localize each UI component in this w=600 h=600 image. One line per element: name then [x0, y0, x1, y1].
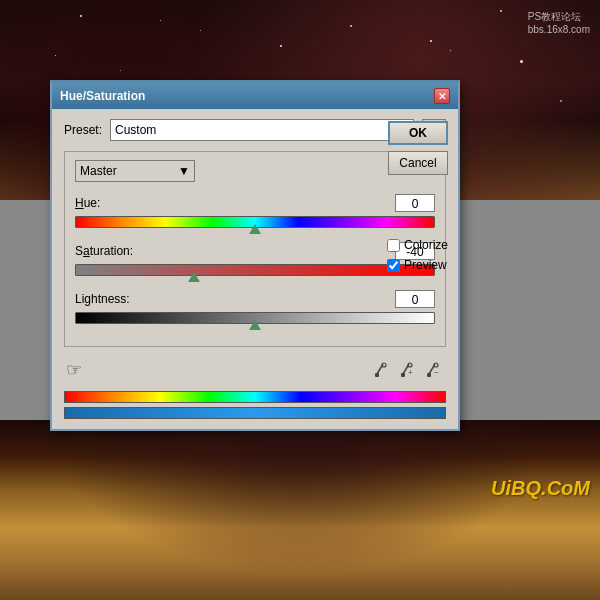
- svg-rect-8: [427, 373, 431, 377]
- close-button[interactable]: ✕: [434, 88, 450, 104]
- hue-saturation-dialog: Hue/Saturation ✕ Preset: Custom ▼ ≡: [50, 80, 460, 431]
- lightness-row: Lightness: 0: [75, 290, 435, 324]
- lightness-label: Lightness:: [75, 292, 130, 306]
- dialog-buttons: OK Cancel: [388, 121, 448, 175]
- color-bars: [64, 391, 446, 419]
- saturation-header: Saturation: -40: [75, 242, 435, 260]
- saturation-slider-handle[interactable]: [188, 272, 200, 282]
- cancel-button[interactable]: Cancel: [388, 151, 448, 175]
- eyedropper-group: + −: [370, 359, 444, 381]
- preview-label[interactable]: Preview: [404, 258, 447, 272]
- hue-row: Hue: 0: [75, 194, 435, 228]
- channel-row: Master ▼: [75, 160, 435, 182]
- preset-value: Custom: [115, 123, 156, 137]
- channel-arrow-icon: ▼: [178, 164, 190, 178]
- checkbox-group: Colorize Preview: [387, 238, 448, 272]
- hue-label: Hue:: [75, 196, 100, 210]
- eyedropper3-button[interactable]: −: [422, 359, 444, 381]
- saturation-label: Saturation:: [75, 244, 133, 258]
- channel-dropdown[interactable]: Master ▼: [75, 160, 195, 182]
- lightness-slider-handle[interactable]: [249, 320, 261, 330]
- colorize-label[interactable]: Colorize: [404, 238, 448, 252]
- preview-checkbox[interactable]: [387, 259, 400, 272]
- dialog-title: Hue/Saturation: [60, 89, 145, 103]
- ok-button[interactable]: OK: [388, 121, 448, 145]
- hue-slider-handle[interactable]: [249, 224, 261, 234]
- preview-row: Preview: [387, 258, 448, 272]
- preset-dropdown[interactable]: Custom ▼: [110, 119, 414, 141]
- hue-value-box[interactable]: 0: [395, 194, 435, 212]
- lightness-header: Lightness: 0: [75, 290, 435, 308]
- hand-tool-button[interactable]: ☞: [66, 359, 82, 381]
- eyedropper3-icon: −: [425, 362, 441, 378]
- colorize-row: Colorize: [387, 238, 448, 252]
- svg-text:+: +: [408, 368, 413, 377]
- eyedropper1-button[interactable]: [370, 359, 392, 381]
- watermark-top: PS教程论坛 bbs.16x8.com: [528, 10, 590, 35]
- lightness-value-box[interactable]: 0: [395, 290, 435, 308]
- channel-value: Master: [80, 164, 117, 178]
- hue-header: Hue: 0: [75, 194, 435, 212]
- preset-label: Preset:: [64, 123, 102, 137]
- eyedropper2-icon: +: [399, 362, 415, 378]
- saturation-slider-track[interactable]: [75, 264, 435, 276]
- saturation-row: Saturation: -40: [75, 242, 435, 276]
- eyedropper1-icon: [373, 362, 389, 378]
- svg-rect-4: [401, 373, 405, 377]
- dialog-backdrop: Hue/Saturation ✕ Preset: Custom ▼ ≡: [50, 80, 550, 500]
- lightness-slider-track[interactable]: [75, 312, 435, 324]
- eyedropper2-button[interactable]: +: [396, 359, 418, 381]
- svg-rect-1: [375, 373, 379, 377]
- hue-slider-track[interactable]: [75, 216, 435, 228]
- result-bar-bottom: [64, 407, 446, 419]
- svg-text:−: −: [434, 368, 439, 377]
- rainbow-bar-top: [64, 391, 446, 403]
- bottom-toolbar: ☞ +: [64, 355, 446, 385]
- colorize-checkbox[interactable]: [387, 239, 400, 252]
- dialog-titlebar: Hue/Saturation ✕: [52, 83, 458, 109]
